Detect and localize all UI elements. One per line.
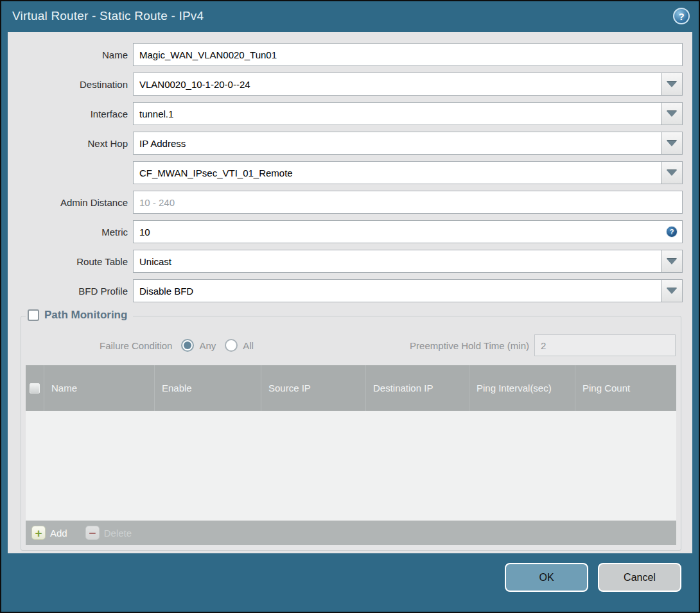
interface-label: Interface: [8, 108, 133, 119]
failure-condition-any-radio[interactable]: [181, 339, 194, 352]
delete-button-label: Delete: [104, 528, 132, 539]
cancel-button[interactable]: Cancel: [598, 563, 681, 592]
destination-input[interactable]: [133, 73, 661, 96]
destination-label: Destination: [8, 79, 133, 90]
next-hop-row: Next Hop: [8, 132, 683, 155]
bfd-profile-dropdown-button[interactable]: [661, 279, 683, 302]
failure-condition-row: Failure Condition Any All Preemptive Hol…: [25, 334, 677, 357]
metric-row: Metric ?: [8, 220, 683, 243]
select-all-checkbox[interactable]: [30, 383, 40, 393]
admin-distance-label: Admin Distance: [8, 197, 133, 208]
path-monitoring-table: Name Enable Source IP Destination IP Pin…: [26, 365, 676, 545]
next-hop-label: Next Hop: [8, 138, 133, 149]
path-monitoring-checkbox[interactable]: [28, 309, 39, 321]
select-all-cell: [26, 365, 44, 411]
static-route-dialog: Virtual Router - Static Route - IPv4 ? N…: [0, 0, 700, 613]
destination-dropdown-button[interactable]: [661, 73, 683, 96]
name-row: Name: [8, 43, 683, 66]
preemptive-hold-time-input: [534, 334, 676, 356]
bfd-profile-label: BFD Profile: [8, 286, 133, 297]
admin-distance-row: Admin Distance: [8, 191, 683, 214]
column-header-source-ip[interactable]: Source IP: [261, 365, 365, 411]
help-icon[interactable]: ?: [673, 8, 690, 24]
metric-info-icon[interactable]: ?: [666, 226, 678, 237]
chevron-down-icon: [667, 259, 677, 264]
path-monitoring-title: Path Monitoring: [44, 309, 127, 322]
failure-condition-label: Failure Condition: [100, 340, 172, 351]
interface-dropdown-button[interactable]: [661, 102, 683, 125]
column-header-ping-interval[interactable]: Ping Interval(sec): [469, 365, 575, 411]
next-hop-type-dropdown-button[interactable]: [661, 132, 683, 155]
failure-condition-all-label: All: [243, 340, 254, 351]
path-monitoring-section: Path Monitoring Failure Condition Any Al…: [21, 316, 681, 551]
dialog-title: Virtual Router - Static Route - IPv4: [12, 9, 673, 23]
chevron-down-icon: [667, 82, 677, 87]
column-header-enable[interactable]: Enable: [154, 365, 261, 411]
name-input[interactable]: [133, 43, 683, 66]
failure-condition-all-radio[interactable]: [225, 339, 238, 352]
dialog-footer: OK Cancel: [1, 552, 699, 612]
bfd-profile-row: BFD Profile: [8, 279, 683, 302]
column-header-name[interactable]: Name: [44, 365, 154, 411]
table-header-row: Name Enable Source IP Destination IP Pin…: [26, 365, 676, 411]
dialog-body: Name Destination Interface: [8, 32, 692, 553]
failure-condition-any-label: Any: [199, 340, 216, 351]
ok-button[interactable]: OK: [505, 563, 588, 592]
path-monitoring-legend: Path Monitoring: [26, 309, 133, 322]
route-table-row: Route Table: [8, 250, 683, 273]
interface-row: Interface: [8, 102, 683, 125]
route-table-label: Route Table: [8, 256, 133, 267]
route-table-dropdown-button[interactable]: [661, 250, 683, 273]
chevron-down-icon: [667, 288, 677, 294]
next-hop-address-input[interactable]: [133, 161, 661, 184]
bfd-profile-input[interactable]: [133, 279, 661, 302]
column-header-destination-ip[interactable]: Destination IP: [365, 365, 469, 411]
metric-label: Metric: [8, 227, 133, 237]
delete-minus-icon: −: [85, 526, 100, 540]
delete-button[interactable]: − Delete: [85, 526, 132, 540]
add-button[interactable]: + Add: [31, 526, 67, 540]
table-toolbar: + Add − Delete: [26, 521, 676, 545]
dialog-titlebar: Virtual Router - Static Route - IPv4 ?: [1, 1, 699, 31]
next-hop-address-dropdown-button[interactable]: [661, 161, 683, 184]
chevron-down-icon: [667, 170, 677, 176]
next-hop-type-input[interactable]: [133, 132, 661, 155]
destination-row: Destination: [8, 73, 683, 96]
chevron-down-icon: [667, 141, 677, 146]
static-route-form: Name Destination Interface: [8, 32, 692, 302]
next-hop-address-row: [8, 161, 683, 184]
admin-distance-input[interactable]: [133, 191, 683, 214]
name-label: Name: [8, 49, 133, 60]
column-header-ping-count[interactable]: Ping Count: [575, 365, 676, 411]
table-body-empty: [26, 411, 676, 521]
metric-input[interactable]: [133, 220, 683, 243]
chevron-down-icon: [667, 111, 677, 117]
add-button-label: Add: [50, 528, 67, 539]
add-plus-icon: +: [31, 526, 46, 540]
preemptive-hold-time-label: Preemptive Hold Time (min): [410, 340, 529, 351]
interface-input[interactable]: [133, 102, 661, 125]
route-table-input[interactable]: [133, 250, 661, 273]
